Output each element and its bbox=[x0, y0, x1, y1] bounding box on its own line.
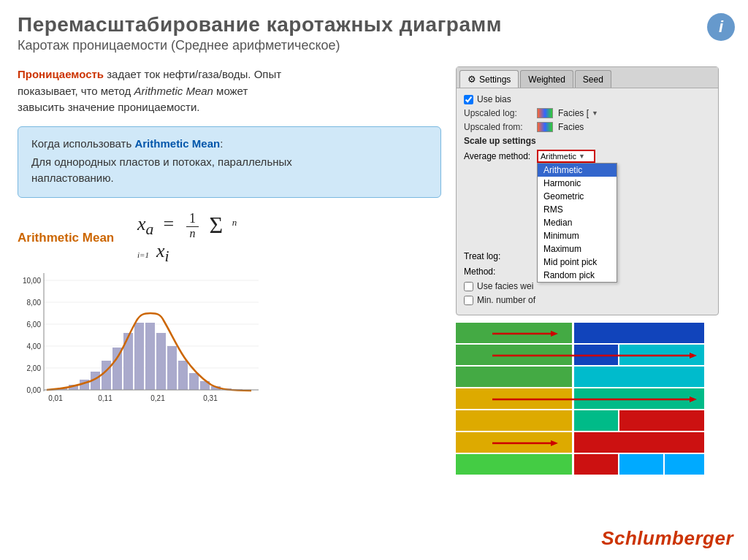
svg-text:0,31: 0,31 bbox=[203, 394, 218, 402]
upscaled-log-label: Upscaled log: bbox=[464, 108, 537, 118]
svg-text:0,01: 0,01 bbox=[48, 394, 63, 402]
arithmetic-mean-label: Arithmetic Mean bbox=[134, 137, 220, 150]
svg-rect-18 bbox=[112, 348, 122, 390]
dropdown-item-minimum[interactable]: Minimum bbox=[538, 229, 617, 242]
seed-tab-label: Seed bbox=[583, 74, 603, 85]
dropdown-item-geometric[interactable]: Geometric bbox=[538, 190, 617, 203]
upscaled-log-row: Upscaled log: Facies [ ▼ bbox=[464, 108, 711, 118]
method-label: Method: bbox=[464, 266, 537, 277]
when-body-text: Для однородных пластов и потоках, паралл… bbox=[31, 154, 427, 187]
min-number-label: Min. number of bbox=[477, 295, 535, 305]
svg-text:2,00: 2,00 bbox=[27, 364, 42, 372]
svg-rect-17 bbox=[102, 361, 111, 390]
intro-text: Проницаемость задает ток нефти/газа/воды… bbox=[18, 66, 441, 116]
dropdown-item-arithmetic[interactable]: Arithmetic bbox=[538, 164, 617, 177]
italic-term: Arithmetic Mean bbox=[134, 85, 213, 97]
chart-container: 10,00 8,00 6,00 4,00 2,00 0,00 bbox=[18, 273, 441, 415]
average-method-dropdown[interactable]: Arithmetic Harmonic Geometric RMS Median… bbox=[537, 163, 617, 283]
svg-rect-50 bbox=[456, 454, 573, 475]
header: Перемасштабирование каротажных диаграмм … bbox=[0, 0, 748, 59]
tab-weighted[interactable]: Weighted bbox=[520, 70, 573, 88]
svg-rect-25 bbox=[189, 373, 199, 390]
main-content: Проницаемость задает ток нефти/газа/воды… bbox=[0, 59, 748, 476]
average-method-select[interactable]: Arithmetic ▼ bbox=[537, 150, 595, 163]
dropdown-item-midpoint[interactable]: Mid point pick bbox=[538, 256, 617, 269]
svg-rect-21 bbox=[145, 323, 155, 390]
upscaled-from-label: Upscaled from: bbox=[464, 122, 537, 132]
average-method-row: Average method: Arithmetic ▼ bbox=[464, 150, 711, 163]
min-number-checkbox[interactable] bbox=[464, 296, 473, 305]
svg-rect-23 bbox=[167, 346, 177, 390]
settings-tab-label: Settings bbox=[479, 74, 511, 85]
svg-text:6,00: 6,00 bbox=[27, 321, 42, 329]
svg-rect-51 bbox=[574, 454, 618, 475]
when-colon: : bbox=[220, 137, 223, 150]
use-bias-row: Use bias bbox=[464, 94, 711, 104]
svg-rect-47 bbox=[619, 410, 704, 431]
svg-rect-45 bbox=[456, 410, 573, 431]
svg-rect-20 bbox=[134, 323, 144, 390]
average-method-label: Average method: bbox=[464, 151, 537, 161]
intro-text3: может bbox=[213, 85, 248, 97]
dropdown-item-random[interactable]: Random pick bbox=[538, 269, 617, 282]
dropdown-item-maximum[interactable]: Maximum bbox=[538, 242, 617, 256]
svg-rect-42 bbox=[574, 367, 704, 387]
settings-panel: ⚙ Settings Weighted Seed Use bias bbox=[456, 66, 719, 315]
use-facies-checkbox[interactable] bbox=[464, 282, 473, 291]
upscaled-log-text: Facies [ bbox=[558, 108, 589, 118]
use-bias-label: Use bias bbox=[477, 94, 511, 104]
dropdown-item-median[interactable]: Median bbox=[538, 216, 617, 229]
svg-text:0,00: 0,00 bbox=[27, 386, 42, 394]
svg-text:10,00: 10,00 bbox=[23, 277, 41, 285]
facies-from-color-box bbox=[537, 122, 553, 132]
upscaled-from-row: Upscaled from: Facies bbox=[464, 122, 711, 132]
blue-info-box: Когда использовать Arithmetic Mean: Для … bbox=[18, 126, 441, 198]
svg-rect-46 bbox=[574, 410, 618, 431]
svg-rect-22 bbox=[156, 333, 166, 390]
svg-text:8,00: 8,00 bbox=[27, 299, 42, 307]
intro-text4: завысить значение проницаемости. bbox=[18, 101, 200, 113]
settings-body: Use bias Upscaled log: Facies [ ▼ Upscal… bbox=[457, 88, 718, 315]
svg-rect-53 bbox=[665, 454, 704, 475]
facies-color-box bbox=[537, 108, 553, 118]
svg-rect-41 bbox=[456, 367, 573, 387]
use-facies-row: Use facies wei bbox=[464, 281, 711, 291]
average-method-value: Arithmetic bbox=[541, 152, 576, 161]
tab-settings[interactable]: ⚙ Settings bbox=[459, 70, 519, 88]
bell-curve-chart: 10,00 8,00 6,00 4,00 2,00 0,00 bbox=[18, 273, 266, 412]
page-subtitle: Каротаж проницаемости (Среднее арифметич… bbox=[18, 38, 730, 53]
intro-text1: задает ток нефти/газа/воды. Опыт bbox=[104, 68, 281, 80]
upscaled-from-text: Facies bbox=[558, 122, 584, 132]
use-bias-checkbox[interactable] bbox=[464, 95, 473, 104]
highlight-word: Проницаемость bbox=[18, 68, 104, 80]
right-column: ⚙ Settings Weighted Seed Use bias bbox=[456, 66, 719, 476]
svg-rect-52 bbox=[619, 454, 663, 475]
info-icon[interactable]: i bbox=[707, 13, 735, 41]
scale-up-label: Scale up settings bbox=[464, 136, 536, 146]
upscaled-log-value: Facies [ ▼ bbox=[537, 108, 598, 118]
formula-display: xa = 1 n Σ n i=1 xi bbox=[137, 211, 237, 266]
average-method-arrow: ▼ bbox=[579, 153, 585, 160]
when-label: Когда использовать bbox=[31, 137, 134, 150]
dropdown-item-rms[interactable]: RMS bbox=[538, 203, 617, 216]
svg-rect-24 bbox=[178, 361, 188, 390]
svg-rect-19 bbox=[123, 333, 133, 390]
svg-text:0,21: 0,21 bbox=[150, 394, 165, 402]
intro-text2: показывает, что метод bbox=[18, 85, 134, 97]
settings-tabs: ⚙ Settings Weighted Seed bbox=[457, 67, 718, 88]
average-method-container: Average method: Arithmetic ▼ Arithmetic … bbox=[464, 150, 711, 163]
schlumberger-logo: Schlumberger bbox=[601, 527, 733, 550]
dropdown-arrow: ▼ bbox=[592, 110, 598, 117]
page-title: Перемасштабирование каротажных диаграмм bbox=[18, 13, 730, 37]
gear-icon: ⚙ bbox=[468, 74, 476, 85]
tab-seed[interactable]: Seed bbox=[575, 70, 611, 88]
dropdown-item-harmonic[interactable]: Harmonic bbox=[538, 177, 617, 190]
svg-rect-49 bbox=[574, 432, 704, 453]
svg-text:0,11: 0,11 bbox=[98, 394, 112, 402]
scale-up-header: Scale up settings bbox=[464, 136, 711, 146]
upscaled-from-value: Facies bbox=[537, 122, 584, 132]
use-facies-label: Use facies wei bbox=[477, 281, 533, 291]
formula-label: Arithmetic Mean bbox=[18, 231, 120, 245]
treat-log-label: Treat log: bbox=[464, 251, 537, 261]
min-number-row: Min. number of bbox=[464, 295, 711, 305]
